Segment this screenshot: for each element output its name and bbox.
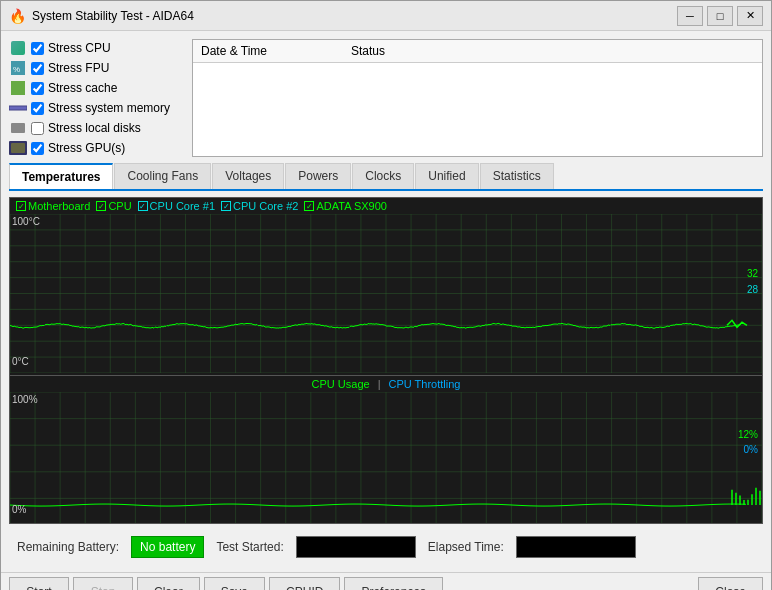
stress-memory-label: Stress system memory: [48, 101, 170, 115]
test-started-value: [296, 536, 416, 558]
stress-cpu-label: Stress CPU: [48, 41, 111, 55]
svg-rect-4: [11, 123, 25, 133]
gpu-icon: [9, 141, 27, 155]
elapsed-time-value: [516, 536, 636, 558]
test-started-label: Test Started:: [216, 540, 283, 554]
tab-unified[interactable]: Unified: [415, 163, 478, 189]
cpu-value-right2: 0%: [744, 444, 758, 455]
tab-powers[interactable]: Powers: [285, 163, 351, 189]
legend-motherboard-label: Motherboard: [28, 200, 90, 212]
stress-gpu-option: Stress GPU(s): [9, 139, 184, 157]
stress-memory-option: Stress system memory: [9, 99, 184, 117]
charts-area: ✓ Motherboard ✓ CPU ✓ CPU Core #1 ✓ CPU …: [9, 197, 763, 524]
stress-gpu-checkbox[interactable]: [31, 142, 44, 155]
start-button[interactable]: Start: [9, 577, 69, 590]
clear-button[interactable]: Clear: [137, 577, 200, 590]
stress-disk-checkbox[interactable]: [31, 122, 44, 135]
stress-cache-checkbox[interactable]: [31, 82, 44, 95]
svg-rect-2: [11, 81, 25, 95]
save-button[interactable]: Save: [204, 577, 265, 590]
log-col2-header: Status: [351, 44, 754, 58]
svg-rect-3: [9, 106, 27, 110]
temp-y-max: 100°C: [12, 216, 40, 227]
stress-fpu-checkbox[interactable]: [31, 62, 44, 75]
cpu-usage-chart: CPU Usage | CPU Throttling 100% 0% 12% 0…: [10, 376, 762, 523]
button-bar: Start Stop Clear Save CPUID Preferences …: [1, 572, 771, 590]
log-area: Date & Time Status: [192, 39, 763, 157]
tab-voltages[interactable]: Voltages: [212, 163, 284, 189]
stress-disk-label: Stress local disks: [48, 121, 141, 135]
legend-separator: |: [378, 378, 381, 390]
content-area: Stress CPU % Stress FPU Stress cache: [1, 31, 771, 572]
remaining-battery-label: Remaining Battery:: [17, 540, 119, 554]
legend-core1: ✓ CPU Core #1: [138, 200, 215, 212]
stress-cpu-option: Stress CPU: [9, 39, 184, 57]
legend-motherboard: ✓ Motherboard: [16, 200, 90, 212]
log-header: Date & Time Status: [193, 40, 762, 63]
window-title: System Stability Test - AIDA64: [32, 9, 194, 23]
tab-statistics[interactable]: Statistics: [480, 163, 554, 189]
temp-chart-canvas: [10, 214, 762, 373]
cpu-chart-canvas-area: 100% 0% 12% 0%: [10, 392, 762, 517]
legend-core1-label: CPU Core #1: [150, 200, 215, 212]
stress-cache-option: Stress cache: [9, 79, 184, 97]
temperature-chart: ✓ Motherboard ✓ CPU ✓ CPU Core #1 ✓ CPU …: [10, 198, 762, 376]
stress-cache-label: Stress cache: [48, 81, 117, 95]
legend-cpu-label: CPU: [108, 200, 131, 212]
fpu-icon: %: [9, 61, 27, 75]
tab-cooling-fans[interactable]: Cooling Fans: [114, 163, 211, 189]
cpu-value-right: 12%: [738, 429, 758, 440]
cpuid-button[interactable]: CPUID: [269, 577, 340, 590]
preferences-button[interactable]: Preferences: [344, 577, 443, 590]
cpu-y-max: 100%: [12, 394, 38, 405]
memory-icon: [9, 101, 27, 115]
bottom-info-bar: Remaining Battery: No battery Test Start…: [9, 530, 763, 564]
title-controls: ─ □ ✕: [677, 6, 763, 26]
legend-adata-label: ADATA SX900: [316, 200, 387, 212]
temp-chart-canvas-area: 100°C 0°C 32 28: [10, 214, 762, 369]
stress-memory-checkbox[interactable]: [31, 102, 44, 115]
log-inner: Date & Time Status: [193, 40, 762, 63]
tab-temperatures[interactable]: Temperatures: [9, 163, 113, 189]
legend-cpu-usage-label: CPU Usage: [312, 378, 370, 390]
temp-value-right2: 28: [747, 284, 758, 295]
maximize-button[interactable]: □: [707, 6, 733, 26]
stress-options-panel: Stress CPU % Stress FPU Stress cache: [9, 39, 184, 157]
stress-fpu-option: % Stress FPU: [9, 59, 184, 77]
remaining-battery-value: No battery: [131, 536, 204, 558]
svg-text:%: %: [13, 65, 20, 74]
legend-cpu: ✓ CPU: [96, 200, 131, 212]
svg-rect-6: [11, 143, 25, 153]
temp-value-right: 32: [747, 268, 758, 279]
top-section: Stress CPU % Stress FPU Stress cache: [9, 39, 763, 157]
stress-fpu-label: Stress FPU: [48, 61, 109, 75]
log-col1-header: Date & Time: [201, 44, 351, 58]
cache-icon: [9, 81, 27, 95]
title-left: 🔥 System Stability Test - AIDA64: [9, 8, 194, 24]
temp-y-min: 0°C: [12, 356, 29, 367]
close-button[interactable]: Close: [698, 577, 763, 590]
legend-core2: ✓ CPU Core #2: [221, 200, 298, 212]
tabs-bar: Temperatures Cooling Fans Voltages Power…: [9, 163, 763, 191]
minimize-button[interactable]: ─: [677, 6, 703, 26]
cpu-chart-canvas: [10, 392, 762, 523]
stress-disk-option: Stress local disks: [9, 119, 184, 137]
elapsed-time-label: Elapsed Time:: [428, 540, 504, 554]
stress-gpu-label: Stress GPU(s): [48, 141, 125, 155]
legend-core2-label: CPU Core #2: [233, 200, 298, 212]
window-close-button[interactable]: ✕: [737, 6, 763, 26]
main-window: 🔥 System Stability Test - AIDA64 ─ □ ✕ S…: [0, 0, 772, 590]
stress-cpu-checkbox[interactable]: [31, 42, 44, 55]
stop-button[interactable]: Stop: [73, 577, 133, 590]
legend-adata: ✓ ADATA SX900: [304, 200, 387, 212]
app-icon: 🔥: [9, 8, 26, 24]
cpu-icon: [9, 41, 27, 55]
disk-icon: [9, 121, 27, 135]
cpu-chart-legend: CPU Usage | CPU Throttling: [10, 376, 762, 392]
title-bar: 🔥 System Stability Test - AIDA64 ─ □ ✕: [1, 1, 771, 31]
legend-cpu-throttle-label: CPU Throttling: [389, 378, 461, 390]
tabs-section: Temperatures Cooling Fans Voltages Power…: [9, 163, 763, 191]
tab-clocks[interactable]: Clocks: [352, 163, 414, 189]
cpu-y-min: 0%: [12, 504, 26, 515]
